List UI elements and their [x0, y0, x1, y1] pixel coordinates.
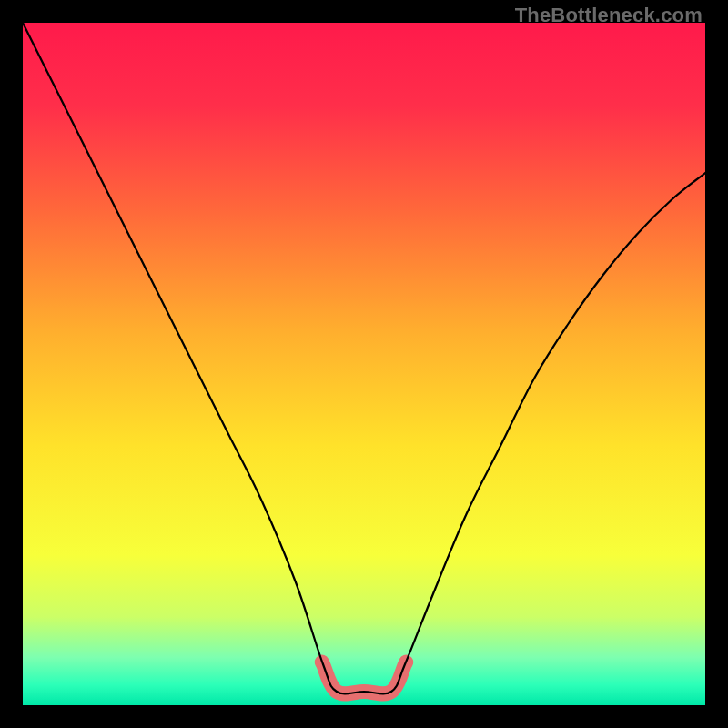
bottleneck-curve — [23, 23, 705, 693]
attribution-watermark: TheBottleneck.com — [515, 4, 703, 27]
plot-area — [23, 23, 705, 705]
curve-layer — [23, 23, 705, 705]
chart-frame: TheBottleneck.com — [0, 0, 728, 728]
